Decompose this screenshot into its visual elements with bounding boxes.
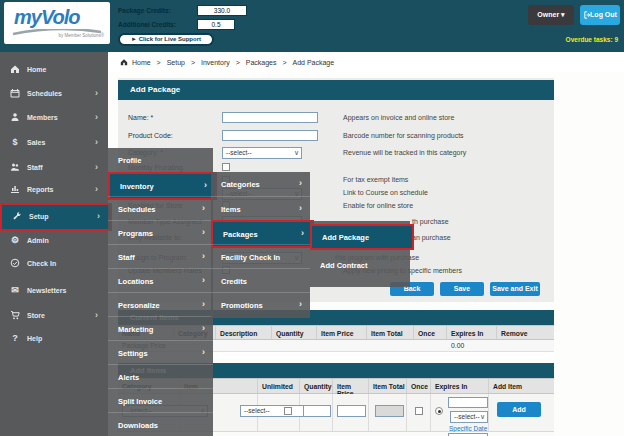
submenu-arrow-icon: › [202,299,205,309]
category-select[interactable]: --select--∨ [222,147,302,159]
add-button[interactable]: Add [497,402,541,417]
sidebar-item-newsletters[interactable]: ✉ Newsletters [0,280,108,302]
breadcrumb-home[interactable]: Home [132,59,151,66]
submenu-arrow-icon: › [299,178,302,188]
sidebar-item-store[interactable]: Store› [0,305,108,327]
menu-item-items[interactable]: Items› [211,196,310,221]
dollar-icon: $ [10,137,20,147]
sidebar-item-schedules[interactable]: Schedules› [0,83,108,105]
menu-item-add-package[interactable]: Add Package [310,224,414,250]
expires-in-radio[interactable] [435,407,443,415]
menu-item-profile[interactable]: Profile [108,148,213,172]
sidebar-item-members[interactable]: Members› [0,107,108,129]
sidebar-item-help[interactable]: ? Help [0,328,108,350]
menu-item-staff[interactable]: Staff› [108,244,213,269]
top-header: myVolo by Member Solutions® Package Cred… [0,0,624,52]
item-price-input[interactable] [337,405,366,417]
menu-item-programs[interactable]: Programs› [108,220,213,245]
sidebar-item-admin[interactable]: ⚙ Admin [0,230,108,252]
sidebar-item-staff[interactable]: Staff› [0,157,108,179]
submenu-arrow-icon: › [299,203,302,213]
calendar-icon [10,88,20,98]
submenu-arrow-icon: › [95,137,98,147]
submenu-arrow-icon: › [95,310,98,320]
play-icon: ► [131,36,137,42]
col-quantity: Quantity [300,379,333,393]
once-checkbox[interactable] [415,407,423,415]
menu-item-locations[interactable]: Locations› [108,268,213,293]
menu-item-alerts[interactable]: Alerts [108,364,213,389]
menu-item-downloads[interactable]: Downloads [108,412,213,436]
breadcrumb-add-package[interactable]: Add Package [292,59,334,66]
brand-tagline: by Member Solutions® [58,33,104,38]
sidebar-item-check-in[interactable]: Check In [0,253,108,275]
sidebar-item-reports[interactable]: Reports› [0,179,108,201]
name-help: Appears on invoice and online store [343,114,454,121]
submenu-arrow-icon: › [202,227,205,237]
overdue-tasks-badge: Overdue tasks: 9 [566,36,618,43]
save-button[interactable]: Save [440,282,484,296]
sidebar-item-home[interactable]: Home [0,59,108,81]
breadcrumb-separator: > [191,59,195,66]
col-item-price: Item Price [333,379,369,393]
sidebar-item-sales[interactable]: $ Sales› [0,132,108,154]
quantity-input[interactable] [303,405,331,417]
submenu-arrow-icon: › [299,299,302,309]
col-once: Once [407,379,431,393]
name-input[interactable] [222,112,318,123]
submenu-arrow-icon: › [202,275,205,285]
live-support-button[interactable]: ► Click for Live Support [118,33,214,46]
breadcrumb-inventory[interactable]: Inventory [201,59,230,66]
app-window: myVolo by Member Solutions® Package Cred… [0,0,624,436]
submenu-arrow-icon: › [202,323,205,333]
setup-menu-level1: Profile Inventory› Schedules› Programs› … [108,148,213,436]
name-label: Name: * [128,114,153,121]
breadcrumb-separator: > [282,59,286,66]
select-arrow-icon: ∨ [294,148,299,158]
expires-in-select[interactable]: --select--∨ [450,411,488,423]
col-remove: Remove [497,326,554,339]
menu-item-categories[interactable]: Categories› [211,172,310,196]
online-store-help: Enable for online store [343,202,413,209]
sidebar-item-setup[interactable]: Setup› [0,203,112,231]
breadcrumb: Home > Setup > Inventory > Packages > Ad… [120,58,336,66]
breadcrumb-packages[interactable]: Packages [246,59,277,66]
owner-menu-button[interactable]: Owner ▾ [528,5,574,25]
question-icon: ? [10,333,20,343]
col-expires-in: Expires In [431,379,489,393]
logout-icon [584,11,592,19]
chevron-down-icon: ▾ [561,11,565,18]
product-code-input[interactable] [222,130,318,141]
menu-item-marketing[interactable]: Marketing› [108,316,213,341]
expires-in-input[interactable] [448,397,488,408]
unlimited-checkbox[interactable] [284,407,292,415]
submenu-arrow-icon: › [301,228,304,238]
menu-item-personalize[interactable]: Personalize› [108,292,213,317]
menu-item-credits[interactable]: Credits [211,268,310,293]
breadcrumb-setup[interactable]: Setup [167,59,185,66]
menu-item-facility-check-in[interactable]: Facility Check In [211,244,310,269]
col-description: Description [216,326,272,339]
package-price-total: 0.00 [451,342,464,349]
inventory-menu-level2: Categories› Items› Packages› Facility Ch… [211,172,310,318]
person-icon [10,112,20,122]
check-circle-icon [10,258,20,268]
specific-date-link[interactable]: Specific Date [449,425,487,432]
menu-item-split-invoice[interactable]: Split Invoice [108,388,213,413]
logout-button[interactable]: Log Out [580,5,620,25]
submenu-arrow-icon: › [97,211,100,221]
item-total-input [375,405,404,417]
package-credits-value[interactable]: 330.0 [197,5,247,16]
menu-item-settings[interactable]: Settings› [108,340,213,365]
submenu-arrow-icon: › [204,180,207,190]
menu-item-promotions[interactable]: Promotions› [211,292,310,317]
menu-item-add-contract[interactable]: Add Contract [310,254,410,276]
breadcrumb-bar: Home > Setup > Inventory > Packages > Ad… [108,52,624,72]
additional-credits-value[interactable]: 0.5 [197,19,235,30]
col-item-total: Item Total [369,379,407,393]
save-and-exit-button[interactable]: Save and Exit [490,282,540,296]
menu-item-schedules[interactable]: Schedules› [108,196,213,221]
monthly-prorating-checkbox[interactable] [222,163,230,171]
submenu-arrow-icon: › [95,162,98,172]
course-help: Link to Course on schedule [343,189,428,196]
